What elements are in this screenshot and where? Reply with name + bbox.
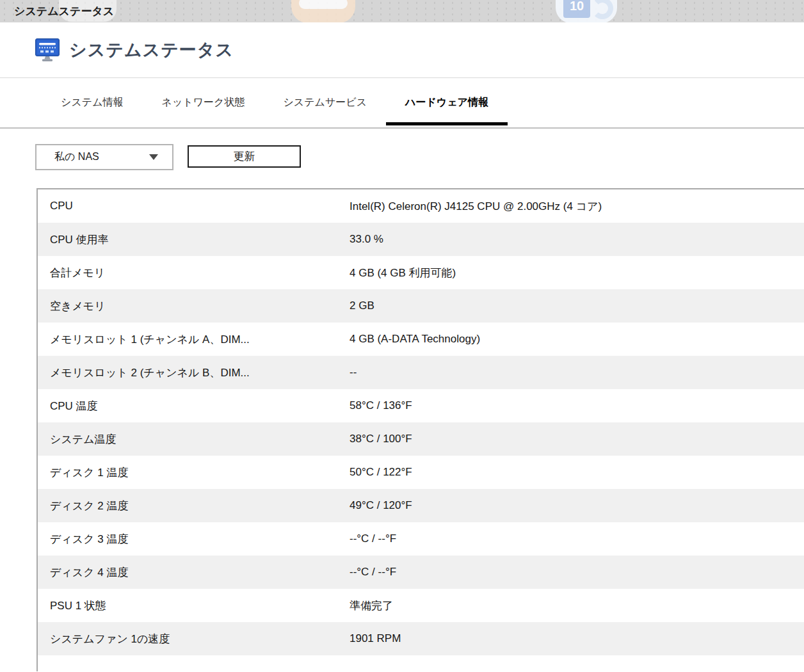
row-value: 49°C / 120°F: [350, 499, 804, 512]
tab-system-info[interactable]: システム情報: [42, 78, 143, 127]
row-label: システム温度: [50, 432, 350, 447]
row-value: --°C / --°F: [350, 566, 804, 579]
table-row: CPU 温度 58°C / 136°F: [38, 389, 804, 422]
table-row: ディスク 4 温度 --°C / --°F: [38, 556, 804, 589]
row-value: Intel(R) Celeron(R) J4125 CPU @ 2.00GHz …: [350, 199, 804, 214]
row-label: メモリスロット 2 (チャンネル B、DIM...: [50, 365, 350, 380]
row-value: 58°C / 136°F: [350, 399, 804, 412]
row-label: 合計メモリ: [50, 266, 350, 280]
monitor-icon: [35, 38, 60, 62]
table-row: システム温度 38°C / 100°F: [38, 422, 804, 456]
table-row: 空きメモリ 2 GB: [38, 289, 804, 323]
window-titlebar[interactable]: 10 システムステータス: [0, 0, 804, 22]
row-label: システムファン 1の速度: [50, 632, 350, 646]
row-value: 33.0 %: [350, 233, 804, 246]
row-value: 38°C / 100°F: [350, 433, 804, 445]
row-label: ディスク 1 温度: [50, 465, 350, 480]
background-calendar-app-icon: 10: [556, 0, 617, 22]
page-title: システムステータス: [69, 38, 234, 61]
background-app-icon: [291, 0, 355, 22]
table-row: ディスク 1 温度 50°C / 122°F: [38, 456, 804, 489]
row-value: --°C / --°F: [350, 532, 804, 545]
table-row: 合計メモリ 4 GB (4 GB 利用可能): [38, 256, 804, 289]
row-label: 空きメモリ: [50, 299, 350, 314]
tab-network-status[interactable]: ネットワーク状態: [143, 78, 264, 127]
table-row: ディスク 2 温度 49°C / 120°F: [38, 489, 804, 522]
tab-label: ネットワーク状態: [162, 96, 245, 109]
row-label: ディスク 2 温度: [50, 499, 350, 513]
page-header: システムステータス: [0, 22, 804, 78]
controls-row: 私の NAS 更新: [0, 144, 804, 170]
table-row: メモリスロット 2 (チャンネル B、DIM... --: [38, 356, 804, 389]
tab-bar: システム情報 ネットワーク状態 システムサービス ハードウェア情報: [0, 78, 804, 129]
row-value: 準備完了: [350, 598, 804, 613]
row-value: 2 GB: [350, 300, 804, 312]
background-app-icon-detail: [299, 0, 348, 9]
table-row: ディスク 3 温度 --°C / --°F: [38, 522, 804, 556]
nas-selector-dropdown[interactable]: 私の NAS: [35, 144, 173, 170]
row-label: CPU 温度: [50, 399, 350, 413]
background-app-icon-detail: [591, 0, 613, 19]
table-row: メモリスロット 1 (チャンネル A、DIM... 4 GB (A-DATA T…: [38, 323, 804, 356]
row-value: 1901 RPM: [350, 632, 804, 645]
row-label: ディスク 4 温度: [50, 565, 350, 580]
tab-label: システム情報: [61, 96, 124, 109]
row-value: --: [350, 366, 804, 379]
row-value: 4 GB (4 GB 利用可能): [350, 266, 804, 280]
tab-hardware-info[interactable]: ハードウェア情報: [386, 78, 508, 127]
calendar-date-badge: 10: [563, 0, 590, 18]
row-value: 4 GB (A-DATA Technology): [350, 333, 804, 346]
refresh-button[interactable]: 更新: [188, 145, 301, 168]
chevron-down-icon: [149, 154, 158, 160]
hardware-info-table: CPU Intel(R) Celeron(R) J4125 CPU @ 2.00…: [36, 188, 804, 671]
row-label: PSU 1 状態: [50, 598, 350, 613]
table-row: システムファン 1の速度 1901 RPM: [38, 622, 804, 655]
tab-label: システムサービス: [283, 96, 367, 109]
window-title: システムステータス: [14, 0, 114, 22]
tab-label: ハードウェア情報: [405, 96, 488, 109]
table-row: CPU Intel(R) Celeron(R) J4125 CPU @ 2.00…: [38, 189, 804, 223]
row-label: ディスク 3 温度: [50, 532, 350, 547]
table-row: PSU 1 状態 準備完了: [38, 589, 804, 622]
row-label: CPU: [50, 200, 350, 212]
nas-selector-value: 私の NAS: [54, 150, 99, 164]
row-label: メモリスロット 1 (チャンネル A、DIM...: [50, 332, 350, 347]
table-row: CPU 使用率 33.0 %: [38, 223, 804, 256]
row-label: CPU 使用率: [50, 232, 350, 247]
row-value: 50°C / 122°F: [350, 466, 804, 479]
tab-system-service[interactable]: システムサービス: [264, 78, 386, 127]
